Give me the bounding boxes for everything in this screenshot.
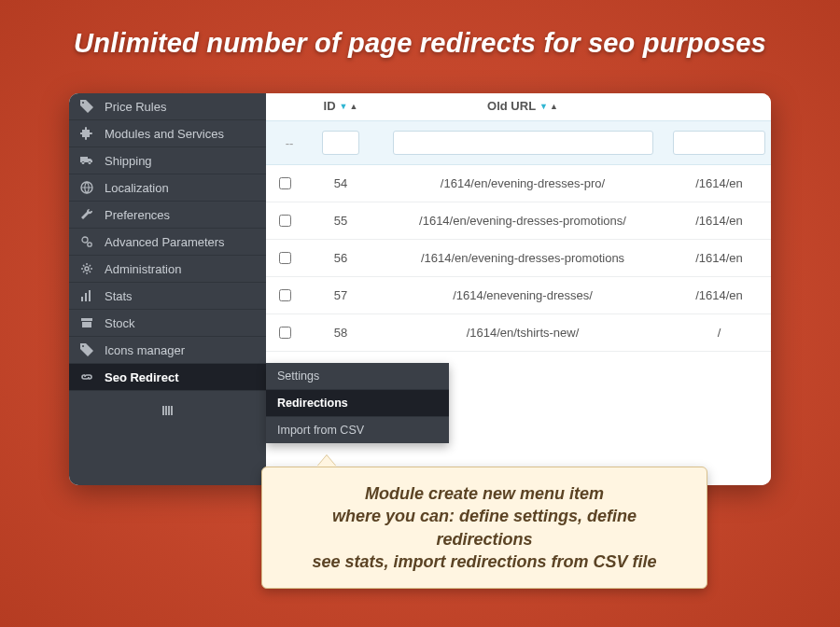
sidebar-item-label: Price Rules (105, 100, 166, 114)
cell-id: 57 (303, 288, 378, 302)
cell-old-url: /1614/en/evening-dresses-promotions (378, 251, 667, 265)
filter-row: -- (266, 120, 771, 165)
sidebar-item-label: Stock (105, 316, 135, 330)
sidebar-item-seo-redirect[interactable]: Seo Redirect (69, 364, 266, 391)
filter-dash: -- (266, 136, 303, 150)
callout-line: Module create new menu item (283, 482, 686, 505)
column-header-id[interactable]: ID ▼▲ (303, 99, 378, 113)
table-header: ID ▼▲ Old URL ▼▲ (266, 93, 771, 120)
redirections-table: ID ▼▲ Old URL ▼▲ -- 54/1614/en/evening-d… (266, 93, 771, 352)
cell-new-url: /1614/en (667, 251, 771, 265)
callout-line: see stats, import redirections from CSV … (283, 550, 686, 573)
column-header-old-url[interactable]: Old URL ▼▲ (378, 99, 667, 113)
row-checkbox[interactable] (279, 177, 291, 189)
filter-new-url-input[interactable] (673, 131, 766, 155)
bars-icon (80, 289, 95, 302)
sidebar-item-preferences[interactable]: Preferences (69, 202, 266, 229)
tag-icon (80, 343, 95, 356)
seo-redirect-submenu: SettingsRedirectionsImport from CSV (266, 363, 449, 443)
link-icon (80, 370, 95, 383)
sidebar-item-advanced-parameters[interactable]: Advanced Parameters (69, 229, 266, 256)
sort-icon: ▼▲ (340, 102, 358, 111)
archive-icon (80, 316, 95, 329)
row-checkbox[interactable] (279, 289, 291, 301)
sidebar-item-label: Seo Redirect (105, 370, 178, 384)
globe-icon (80, 181, 95, 194)
cell-old-url: /1614/en/evening-dresses-promotions/ (378, 214, 667, 228)
submenu-item-settings[interactable]: Settings (266, 363, 449, 390)
cell-old-url: /1614/enevening-dresses/ (378, 288, 667, 302)
row-checkbox[interactable] (279, 215, 291, 227)
sidebar: Price RulesModules and ServicesShippingL… (69, 93, 266, 485)
table-row[interactable]: 55/1614/en/evening-dresses-promotions//1… (266, 202, 771, 240)
cell-new-url: /1614/en (667, 288, 771, 302)
sidebar-item-label: Icons manager (105, 343, 185, 357)
cogs-icon (80, 235, 95, 248)
sidebar-item-label: Advanced Parameters (105, 235, 225, 249)
cell-new-url: /1614/en (667, 214, 771, 228)
sidebar-collapse-toggle[interactable] (69, 391, 266, 430)
sidebar-item-label: Administration (105, 262, 181, 276)
sidebar-item-stock[interactable]: Stock (69, 310, 266, 337)
sidebar-item-label: Shipping (105, 154, 152, 168)
hero-title: Unlimited number of page redirects for s… (0, 0, 840, 59)
row-checkbox[interactable] (279, 252, 291, 264)
filter-id-input[interactable] (322, 131, 359, 155)
sidebar-item-stats[interactable]: Stats (69, 283, 266, 310)
sidebar-item-administration[interactable]: Administration (69, 256, 266, 283)
cell-id: 54 (303, 176, 378, 190)
sidebar-item-price-rules[interactable]: Price Rules (69, 93, 266, 120)
table-row[interactable]: 54/1614/en/evening-dresses-pro//1614/en (266, 165, 771, 202)
filter-old-url-input[interactable] (393, 131, 653, 155)
sidebar-item-label: Stats (105, 289, 133, 303)
callout-line: where you can: define settings, define r… (283, 505, 686, 550)
wrench-icon (80, 208, 95, 221)
sidebar-item-label: Localization (105, 181, 169, 195)
puzzle-icon (80, 127, 95, 140)
table-row[interactable]: 57/1614/enevening-dresses//1614/en (266, 277, 771, 314)
sidebar-item-label: Preferences (105, 208, 170, 222)
row-checkbox[interactable] (279, 327, 291, 339)
gear-icon (80, 262, 95, 275)
svg-point-2 (88, 243, 91, 246)
cell-new-url: / (667, 326, 771, 340)
svg-point-1 (82, 237, 88, 243)
cell-new-url: /1614/en (667, 176, 771, 190)
cell-old-url: /1614/en/evening-dresses-pro/ (378, 176, 667, 190)
cell-id: 58 (303, 326, 378, 340)
cell-id: 56 (303, 251, 378, 265)
callout: Module create new menu item where you ca… (261, 455, 707, 589)
sort-icon: ▼▲ (539, 102, 558, 111)
submenu-item-import-from-csv[interactable]: Import from CSV (266, 417, 449, 443)
svg-point-3 (85, 267, 89, 271)
sidebar-item-shipping[interactable]: Shipping (69, 147, 266, 174)
submenu-item-redirections[interactable]: Redirections (266, 390, 449, 417)
sidebar-item-icons-manager[interactable]: Icons manager (69, 337, 266, 364)
bars-icon (161, 405, 175, 416)
cell-id: 55 (303, 214, 378, 228)
table-row[interactable]: 56/1614/en/evening-dresses-promotions/16… (266, 240, 771, 277)
sidebar-item-modules-and-services[interactable]: Modules and Services (69, 120, 266, 147)
sidebar-item-localization[interactable]: Localization (69, 174, 266, 202)
table-row[interactable]: 58/1614/en/tshirts-new// (266, 314, 771, 352)
tag-icon (80, 100, 95, 113)
sidebar-item-label: Modules and Services (105, 127, 224, 141)
cell-old-url: /1614/en/tshirts-new/ (378, 326, 667, 340)
truck-icon (80, 154, 95, 167)
